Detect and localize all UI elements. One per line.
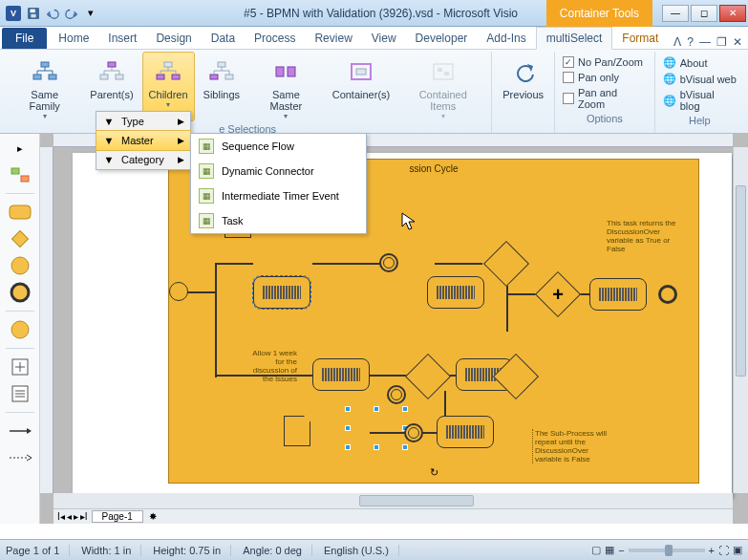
save-icon[interactable]: [25, 5, 42, 22]
start-event[interactable]: [169, 282, 188, 301]
qat-dropdown-icon[interactable]: ▾: [82, 5, 99, 22]
tab-developer[interactable]: Developer: [406, 28, 478, 49]
same-family-button[interactable]: Same Family▾: [8, 52, 81, 121]
file-tab[interactable]: File: [2, 28, 47, 49]
undo-icon[interactable]: [44, 5, 61, 22]
doc-restore-icon[interactable]: ❐: [716, 35, 727, 49]
bvisual-web-link[interactable]: 🌐bVisual web: [659, 72, 740, 86]
shapes-options-icon[interactable]: [7, 164, 33, 185]
shape-diamond[interactable]: [7, 228, 33, 249]
doc-minimize-icon[interactable]: —: [699, 35, 711, 49]
timer-event-3[interactable]: [404, 423, 423, 442]
menu-item-type[interactable]: ▼Type▶: [96, 112, 190, 131]
selection-handle[interactable]: [402, 444, 408, 450]
menu-item-category[interactable]: ▼Category▶: [96, 150, 190, 169]
pan-only-checkbox[interactable]: Pan only: [559, 71, 651, 84]
page-tab-1[interactable]: Page-1: [92, 510, 143, 523]
shape-rounded-rect[interactable]: [7, 202, 33, 223]
page-next-icon[interactable]: ▸: [74, 511, 78, 522]
contained-items-button[interactable]: Contained Items▾: [398, 52, 487, 121]
tab-review[interactable]: Review: [305, 28, 361, 49]
minimize-button[interactable]: —: [662, 5, 689, 22]
tab-format[interactable]: Format: [612, 28, 668, 49]
shape-circle-thin[interactable]: [7, 255, 33, 276]
macro-record-icon[interactable]: ▢: [591, 544, 601, 556]
vertical-scrollbar[interactable]: [733, 147, 748, 493]
timer-event-2[interactable]: [387, 385, 406, 404]
bvisual-blog-link[interactable]: 🌐bVisual blog: [659, 88, 740, 113]
menu-item-dynamic-connector[interactable]: ▦Dynamic Connector: [191, 159, 366, 183]
selection-handle[interactable]: [374, 444, 379, 450]
menu-item-master[interactable]: ▼Master▶: [96, 130, 191, 151]
siblings-button[interactable]: Siblings: [197, 52, 247, 121]
tab-process[interactable]: Process: [245, 28, 305, 49]
children-dropdown-menu: ▼Type▶ ▼Master▶ ▼Category▶: [96, 111, 191, 170]
shape-plus-box[interactable]: [7, 356, 33, 377]
same-master-button[interactable]: Same Master▾: [248, 52, 324, 121]
tab-home[interactable]: Home: [49, 28, 98, 49]
zoom-slider[interactable]: [629, 549, 705, 552]
app-icon[interactable]: V: [6, 6, 21, 21]
redo-icon[interactable]: [63, 5, 80, 22]
shape-open-arrow-line[interactable]: [7, 447, 33, 468]
data-object-2[interactable]: [284, 416, 310, 446]
task-3[interactable]: [589, 278, 647, 311]
horizontal-scrollbar[interactable]: [53, 493, 733, 508]
selection-handle[interactable]: [402, 406, 408, 412]
canvas-area[interactable]: ssion Cycle: [40, 134, 748, 524]
task-4[interactable]: [312, 358, 370, 391]
previous-button[interactable]: Previous: [496, 52, 550, 118]
page-last-icon[interactable]: ▸I: [80, 511, 88, 522]
tab-insert[interactable]: Insert: [98, 28, 146, 49]
menu-item-task[interactable]: ▦Task: [191, 208, 366, 233]
no-panzoom-checkbox[interactable]: ✓No Pan/Zoom: [559, 55, 651, 69]
tab-view[interactable]: View: [362, 28, 406, 49]
group-help: 🌐About 🌐bVisual web 🌐bVisual blog Help: [655, 52, 744, 133]
shape-lines-box[interactable]: [7, 383, 33, 404]
page-prev-icon[interactable]: ◂: [67, 511, 72, 522]
about-link[interactable]: 🌐About: [659, 55, 740, 70]
shape-circle-thick[interactable]: [7, 282, 33, 303]
insert-page-icon[interactable]: ✸: [143, 511, 162, 522]
containers-button[interactable]: Container(s): [326, 52, 397, 121]
menu-item-intermediate-timer[interactable]: ▦Intermediate Timer Event: [191, 183, 366, 208]
task-2[interactable]: [427, 276, 484, 309]
timer-event-1[interactable]: [379, 253, 398, 272]
ribbon-minimize-icon[interactable]: ᐱ: [673, 35, 681, 49]
selection-handle[interactable]: [345, 444, 351, 450]
task-selected[interactable]: [253, 276, 310, 309]
status-language[interactable]: English (U.S.): [324, 545, 399, 556]
shape-arrow-line[interactable]: [7, 420, 33, 442]
gateway-1[interactable]: [483, 241, 529, 287]
tab-addins[interactable]: Add-Ins: [477, 28, 535, 49]
maximize-button[interactable]: ◻: [691, 5, 717, 22]
task-6[interactable]: [437, 416, 494, 448]
selection-handle[interactable]: [345, 406, 351, 412]
scroll-thumb[interactable]: [736, 185, 746, 377]
contained-items-icon: [428, 56, 459, 87]
scroll-thumb[interactable]: [359, 495, 474, 506]
end-event[interactable]: [658, 285, 677, 304]
help-icon[interactable]: ?: [687, 35, 694, 49]
selection-handle[interactable]: [374, 406, 379, 412]
zoom-in-button[interactable]: +: [709, 545, 715, 556]
tab-design[interactable]: Design: [146, 28, 201, 49]
gateway-parallel[interactable]: +: [535, 271, 581, 317]
shapes-chevron-icon[interactable]: ▸: [7, 138, 33, 159]
zoom-out-button[interactable]: −: [618, 545, 624, 556]
selection-handle[interactable]: [345, 425, 351, 431]
pan-and-zoom-checkbox[interactable]: Pan and Zoom: [559, 86, 651, 111]
shape-circle-2[interactable]: [7, 319, 33, 340]
drawing-page[interactable]: ssion Cycle: [73, 153, 732, 497]
menu-item-sequence-flow[interactable]: ▦Sequence Flow: [191, 134, 366, 159]
view-mode-icon[interactable]: ▦: [605, 544, 614, 556]
group-label-options: Options: [587, 111, 623, 126]
doc-close-icon[interactable]: ✕: [733, 35, 742, 49]
page-first-icon[interactable]: I◂: [57, 511, 65, 522]
fullscreen-icon[interactable]: ▣: [733, 544, 742, 556]
tab-multiselect[interactable]: multiSelect: [536, 27, 613, 50]
tab-data[interactable]: Data: [202, 28, 245, 49]
fit-page-icon[interactable]: ⛶: [718, 545, 729, 556]
funnel-icon: ▼: [102, 116, 116, 127]
close-button[interactable]: ✕: [719, 5, 746, 22]
